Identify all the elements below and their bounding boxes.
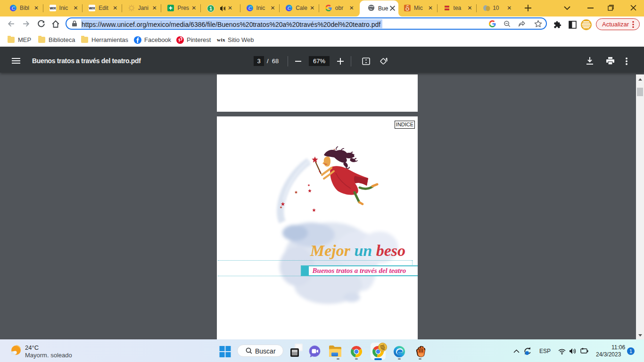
svg-text:WIX: WIX [50, 7, 56, 10]
svg-text:C: C [288, 6, 291, 11]
svg-text:C: C [12, 6, 15, 11]
svg-text:1: 1 [209, 6, 212, 11]
svg-text:C: C [248, 6, 251, 11]
svg-text:WIX: WIX [89, 7, 96, 10]
